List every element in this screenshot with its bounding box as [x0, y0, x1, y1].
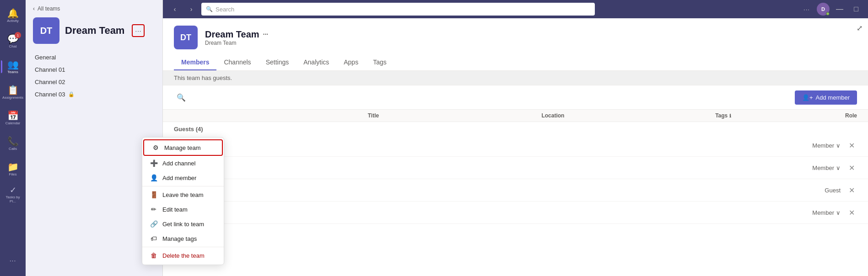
- search-icon: 🔍: [206, 6, 213, 12]
- team-title-info: Dream Team ··· Dream Team: [205, 29, 268, 46]
- delete-team-label: Delete the team: [162, 252, 205, 259]
- menu-item-delete-team[interactable]: 🗑 Delete the team: [142, 248, 224, 263]
- sidebar-item-calendar[interactable]: 📅 Calendar: [3, 106, 23, 130]
- channel-list: General Channel 01 Channel 02 Channel 03…: [26, 49, 162, 102]
- edit-team-icon: ✏: [150, 206, 158, 213]
- section-header-guests: Guests (4): [163, 122, 868, 134]
- all-teams-label: All teams: [38, 5, 60, 12]
- menu-divider-2: [142, 247, 224, 247]
- sidebar-item-assignments[interactable]: 📋 Assignments: [3, 80, 23, 104]
- remove-member-button[interactable]: ✕: [846, 207, 857, 218]
- team-header: DT Dream Team ··· Dream Team ⤢ Members C…: [163, 18, 868, 71]
- sidebar-item-teams[interactable]: 👥 Teams: [3, 55, 23, 79]
- guest-notice: This team has guests.: [163, 71, 868, 85]
- edit-team-label: Edit team: [162, 206, 188, 213]
- role-chevron[interactable]: ∨: [836, 142, 841, 149]
- forward-button[interactable]: ›: [185, 3, 198, 16]
- add-member-icon: 👤: [150, 174, 158, 181]
- sidebar-item-more[interactable]: ···: [3, 249, 23, 272]
- remove-member-button[interactable]: ✕: [846, 162, 857, 173]
- user-status-dot: [826, 12, 830, 16]
- member-name: (Guest): [194, 186, 798, 194]
- minimize-button[interactable]: —: [833, 3, 846, 16]
- get-link-label: Get link to team: [162, 221, 204, 228]
- search-bar[interactable]: 🔍 Search: [201, 3, 595, 16]
- sidebar-label-chat: Chat: [9, 44, 17, 48]
- tab-tags[interactable]: Tags: [366, 55, 394, 70]
- back-arrow-icon: ‹: [33, 5, 35, 12]
- member-role: Guest: [804, 187, 841, 194]
- menu-item-leave-team[interactable]: 🚪 Leave the team: [142, 187, 224, 202]
- channel-02[interactable]: Channel 02: [26, 76, 162, 88]
- lock-icon: 🔒: [68, 91, 75, 97]
- members-section: Guests (4) D Member ∨ ✕ Member ∨: [163, 122, 868, 276]
- menu-item-edit-team[interactable]: ✏ Edit team: [142, 202, 224, 217]
- sidebar-item-files[interactable]: 📁 Files: [3, 157, 23, 181]
- role-chevron[interactable]: ∨: [836, 165, 841, 171]
- add-member-label: Add member: [816, 94, 850, 101]
- menu-item-add-member[interactable]: 👤 Add member: [142, 170, 224, 185]
- search-placeholder: Search: [216, 6, 234, 13]
- menu-item-add-channel[interactable]: ➕ Add channel: [142, 156, 224, 170]
- tab-settings[interactable]: Settings: [259, 55, 297, 70]
- menu-item-manage-tags[interactable]: 🏷 Manage tags: [142, 231, 224, 246]
- sidebar-item-calls[interactable]: 📞 Calls: [3, 132, 23, 155]
- sidebar-label-tasks: Tasks by Pl...: [3, 195, 23, 203]
- back-button[interactable]: ‹: [168, 3, 181, 16]
- team-ellipsis[interactable]: ···: [263, 31, 269, 38]
- files-icon: 📁: [7, 162, 19, 171]
- sidebar-label-files: Files: [9, 172, 17, 176]
- col-header-role: Role: [802, 112, 857, 119]
- table-row: Member ∨ ✕: [163, 157, 868, 179]
- maximize-button[interactable]: □: [850, 3, 863, 16]
- leave-team-label: Leave the team: [162, 191, 204, 198]
- manage-tags-label: Manage tags: [162, 235, 197, 242]
- channel-general[interactable]: General: [26, 51, 162, 64]
- more-icon: ···: [10, 257, 16, 264]
- remove-member-button[interactable]: ✕: [846, 185, 857, 196]
- sidebar-item-activity[interactable]: 🔔 Activity: [3, 4, 23, 27]
- remove-member-button[interactable]: ✕: [846, 140, 857, 151]
- role-chevron[interactable]: ∨: [836, 209, 841, 216]
- add-channel-icon: ➕: [150, 159, 158, 167]
- tab-channels[interactable]: Channels: [216, 55, 258, 70]
- tasks-icon: ✓: [10, 186, 16, 194]
- activity-icon: 🔔: [7, 9, 19, 18]
- delete-team-icon: 🗑: [150, 252, 158, 259]
- sidebar-label-activity: Activity: [7, 19, 18, 23]
- add-member-icon: 👤+: [802, 94, 813, 101]
- col-header-location: Location: [541, 112, 715, 119]
- table-row: D (Guest) Guest ✕: [163, 179, 868, 202]
- manage-team-label: Manage team: [164, 144, 201, 151]
- add-member-button[interactable]: 👤+ Add member: [795, 90, 857, 105]
- team-more-button[interactable]: ···: [132, 24, 145, 37]
- menu-item-get-link[interactable]: 🔗 Get link to team: [142, 217, 224, 231]
- tab-analytics[interactable]: Analytics: [296, 55, 336, 70]
- tabs: Members Channels Settings Analytics Apps…: [174, 55, 857, 70]
- channel-03-label: Channel 03: [35, 91, 65, 98]
- leave-team-icon: 🚪: [150, 191, 158, 198]
- menu-item-manage-team[interactable]: ⚙ Manage team: [143, 139, 223, 156]
- sidebar-item-chat[interactable]: 1 💬 Chat: [3, 29, 23, 53]
- sidebar-item-tasks[interactable]: ✓ Tasks by Pl...: [3, 183, 23, 207]
- channel-01[interactable]: Channel 01: [26, 64, 162, 76]
- more-options-button[interactable]: ···: [800, 3, 813, 16]
- menu-divider-1: [142, 186, 224, 186]
- channel-03[interactable]: Channel 03 🔒: [26, 88, 162, 101]
- team-title-row: DT Dream Team ··· Dream Team: [174, 26, 857, 49]
- get-link-icon: 🔗: [150, 220, 158, 228]
- member-role: Member ∨: [804, 209, 841, 216]
- channel-01-label: Channel 01: [35, 66, 65, 73]
- team-name: Dream Team: [65, 25, 124, 37]
- calendar-icon: 📅: [7, 111, 19, 120]
- user-avatar[interactable]: D: [817, 3, 830, 16]
- search-members-button[interactable]: 🔍: [174, 90, 189, 105]
- tab-members[interactable]: Members: [174, 55, 216, 70]
- tab-apps[interactable]: Apps: [336, 55, 366, 70]
- col-header-title: Title: [368, 112, 542, 119]
- sidebar-label-calendar: Calendar: [5, 121, 20, 125]
- member-role: Member ∨: [804, 165, 841, 171]
- channel-02-label: Channel 02: [35, 79, 65, 85]
- expand-button[interactable]: ⤢: [857, 24, 863, 32]
- back-to-all-teams[interactable]: ‹ All teams: [26, 0, 162, 14]
